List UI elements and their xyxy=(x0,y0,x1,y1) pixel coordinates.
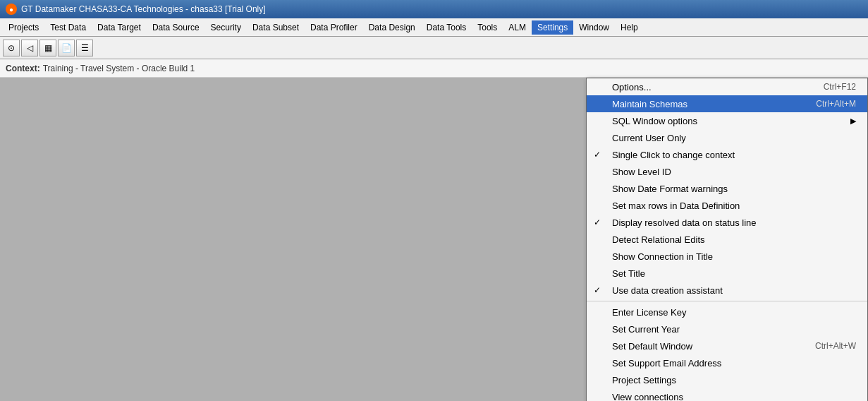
dropdown-label-options: Options... xyxy=(612,82,652,92)
toolbar-btn-back-btn[interactable]: ◁ xyxy=(21,40,38,56)
app-icon-symbol: ● xyxy=(9,6,13,13)
dropdown-label-project-settings: Project Settings xyxy=(612,375,676,385)
app-icon: ● xyxy=(6,4,17,15)
toolbar-btn-circle-btn[interactable]: ⊙ xyxy=(3,40,20,56)
dropdown-label-show-level-id: Show Level ID xyxy=(612,167,671,177)
toolbar-btn-grid-btn[interactable]: ▦ xyxy=(39,40,56,56)
menu-item-test-data[interactable]: Test Data xyxy=(44,20,92,35)
dropdown-item-set-title[interactable]: Set Title xyxy=(587,265,867,282)
dropdown-label-maintain-schemas: Maintain Schemas xyxy=(612,99,687,109)
dropdown-label-set-current-year: Set Current Year xyxy=(612,324,680,335)
dropdown-item-show-date-format[interactable]: Show Date Format warnings xyxy=(587,180,867,197)
dropdown-item-set-support-email[interactable]: Set Support Email Address xyxy=(587,354,867,371)
dropdown-item-sql-window-options[interactable]: SQL Window options▶ xyxy=(587,112,867,129)
shortcut-set-default-window: Ctrl+Alt+W xyxy=(815,341,856,351)
dropdown-item-show-level-id[interactable]: Show Level ID xyxy=(587,163,867,180)
dropdown-label-set-title: Set Title xyxy=(612,268,645,279)
menu-item-data-profiler[interactable]: Data Profiler xyxy=(305,20,363,35)
dropdown-label-display-resolved: Display resolved data on status line xyxy=(612,217,757,228)
dropdown-label-current-user-only: Current User Only xyxy=(612,133,686,143)
menu-item-settings[interactable]: Settings xyxy=(532,20,573,35)
dropdown-label-set-max-rows: Set max rows in Data Definition xyxy=(612,200,740,211)
menu-separator-enter-license xyxy=(587,301,867,301)
dropdown-label-view-connections: View connections xyxy=(612,392,683,402)
dropdown-label-show-connection: Show Connection in Title xyxy=(612,251,713,262)
checkmark-display-resolved: ✓ xyxy=(594,217,601,227)
dropdown-item-current-user-only[interactable]: Current User Only xyxy=(587,129,867,146)
settings-dropdown-menu: Options...Ctrl+F12Maintain SchemasCtrl+A… xyxy=(586,78,868,401)
checkmark-single-click-context: ✓ xyxy=(594,150,601,160)
menu-item-data-design[interactable]: Data Design xyxy=(363,20,421,35)
menu-item-data-subset[interactable]: Data Subset xyxy=(247,20,305,35)
dropdown-item-view-connections[interactable]: View connections xyxy=(587,388,867,401)
menu-item-tools[interactable]: Tools xyxy=(472,20,503,35)
context-bar: Context: Training - Travel System - Orac… xyxy=(0,59,868,78)
toolbar: ⊙◁▦📄☰ xyxy=(0,37,868,59)
dropdown-label-sql-window-options: SQL Window options xyxy=(612,116,697,126)
dropdown-item-set-default-window[interactable]: Set Default WindowCtrl+Alt+W xyxy=(587,337,867,354)
context-value: Training - Travel System - Oracle Build … xyxy=(43,64,195,73)
dropdown-item-project-settings[interactable]: Project Settings xyxy=(587,371,867,388)
main-content: Settings Options...Ctrl+F12Maintain Sche… xyxy=(0,78,868,401)
dropdown-label-set-support-email: Set Support Email Address xyxy=(612,358,721,369)
toolbar-btn-doc-btn[interactable]: 📄 xyxy=(58,40,75,56)
dropdown-label-show-date-format: Show Date Format warnings xyxy=(612,184,728,194)
menu-item-data-tools[interactable]: Data Tools xyxy=(421,20,472,35)
context-label: Context: xyxy=(6,64,40,73)
dropdown-item-use-data-creation[interactable]: ✓Use data creation assistant xyxy=(587,282,867,299)
menu-item-data-source[interactable]: Data Source xyxy=(147,20,205,35)
checkmark-use-data-creation: ✓ xyxy=(594,285,601,295)
dropdown-label-set-default-window: Set Default Window xyxy=(612,341,692,352)
dropdown-item-detect-relational[interactable]: Detect Relational Edits xyxy=(587,231,867,248)
dropdown-label-use-data-creation: Use data creation assistant xyxy=(612,285,723,296)
title-bar: ● GT Datamaker CHASA33-CA Technologies -… xyxy=(0,0,868,18)
toolbar-btn-list-btn[interactable]: ☰ xyxy=(76,40,93,56)
dropdown-item-display-resolved[interactable]: ✓Display resolved data on status line xyxy=(587,214,867,231)
dropdown-item-options[interactable]: Options...Ctrl+F12 xyxy=(587,78,867,95)
menu-item-data-target[interactable]: Data Target xyxy=(92,20,147,35)
dropdown-label-detect-relational: Detect Relational Edits xyxy=(612,234,705,245)
menu-item-projects[interactable]: Projects xyxy=(3,20,44,35)
dropdown-item-enter-license[interactable]: Enter License Key xyxy=(587,304,867,321)
menu-item-window[interactable]: Window xyxy=(573,20,615,35)
menu-item-help[interactable]: Help xyxy=(615,20,644,35)
menu-item-alm[interactable]: ALM xyxy=(503,20,532,35)
submenu-arrow-sql-window-options: ▶ xyxy=(850,116,856,126)
dropdown-label-single-click-context: Single Click to change context xyxy=(612,150,735,160)
dropdown-item-set-max-rows[interactable]: Set max rows in Data Definition xyxy=(587,197,867,214)
dropdown-label-enter-license: Enter License Key xyxy=(612,307,687,318)
menu-item-security[interactable]: Security xyxy=(205,20,247,35)
dropdown-item-show-connection[interactable]: Show Connection in Title xyxy=(587,248,867,265)
dropdown-item-maintain-schemas[interactable]: Maintain SchemasCtrl+Alt+M xyxy=(587,95,867,112)
dropdown-item-single-click-context[interactable]: ✓Single Click to change context xyxy=(587,146,867,163)
shortcut-maintain-schemas: Ctrl+Alt+M xyxy=(816,99,856,109)
shortcut-options: Ctrl+F12 xyxy=(824,82,856,92)
menu-bar: ProjectsTest DataData TargetData SourceS… xyxy=(0,18,868,37)
title-bar-text: GT Datamaker CHASA33-CA Technologies - c… xyxy=(21,4,266,14)
dropdown-item-set-current-year[interactable]: Set Current Year xyxy=(587,321,867,337)
